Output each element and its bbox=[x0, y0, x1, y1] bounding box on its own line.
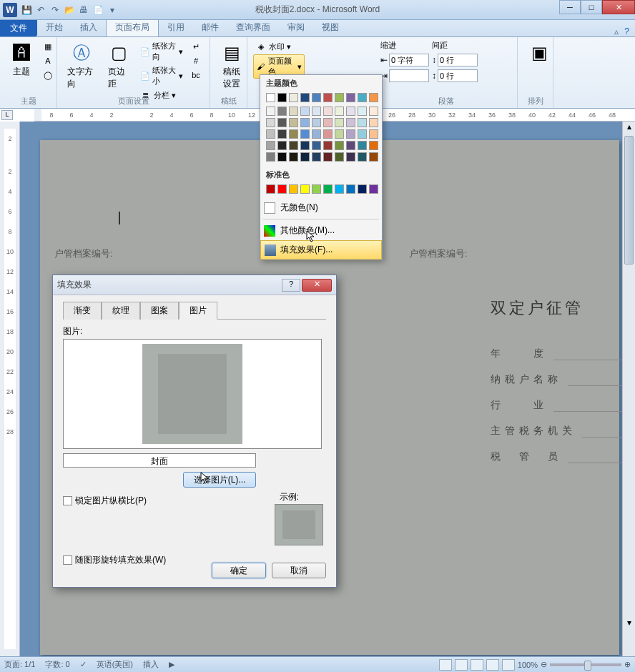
scroll-thumb[interactable] bbox=[624, 136, 634, 265]
color-swatch[interactable] bbox=[358, 107, 367, 116]
vertical-scrollbar[interactable]: ▴ ▾ bbox=[622, 122, 635, 656]
color-swatch[interactable] bbox=[266, 118, 275, 127]
color-swatch[interactable] bbox=[312, 107, 321, 116]
tab-review[interactable]: 审阅 bbox=[279, 19, 313, 36]
picture-name-field[interactable]: 封面 bbox=[63, 453, 256, 468]
color-swatch[interactable] bbox=[289, 129, 298, 139]
fill-effects-menuitem[interactable]: 填充效果(F)... bbox=[260, 240, 382, 260]
color-swatch[interactable] bbox=[358, 118, 367, 127]
tab-page-layout[interactable]: 页面布局 bbox=[106, 18, 159, 36]
color-swatch[interactable] bbox=[289, 141, 298, 150]
cancel-button[interactable]: 取消 bbox=[272, 563, 326, 578]
tab-insert[interactable]: 插入 bbox=[72, 19, 106, 36]
color-swatch[interactable] bbox=[335, 129, 344, 139]
tab-references[interactable]: 引用 bbox=[159, 19, 193, 36]
color-swatch[interactable] bbox=[277, 107, 287, 116]
color-swatch[interactable] bbox=[312, 129, 321, 139]
color-swatch[interactable] bbox=[323, 107, 333, 116]
dialog-tab-pattern[interactable]: 图案 bbox=[140, 302, 179, 320]
arrange-button[interactable]: ▣ bbox=[523, 40, 555, 66]
save-icon[interactable]: 💾 bbox=[20, 4, 33, 16]
color-swatch[interactable] bbox=[335, 107, 344, 116]
manuscript-button[interactable]: ▤ 稿纸 设置 bbox=[216, 40, 247, 92]
color-swatch[interactable] bbox=[300, 152, 310, 162]
status-check-icon[interactable]: ✓ bbox=[80, 660, 87, 669]
color-swatch[interactable] bbox=[346, 141, 355, 150]
color-swatch[interactable] bbox=[323, 184, 333, 194]
color-swatch[interactable] bbox=[277, 118, 287, 127]
color-swatch[interactable] bbox=[335, 118, 344, 127]
view-print-layout-button[interactable] bbox=[439, 659, 452, 671]
view-outline-button[interactable] bbox=[486, 659, 499, 671]
color-swatch[interactable] bbox=[300, 93, 310, 102]
color-swatch[interactable] bbox=[346, 107, 355, 116]
color-swatch[interactable] bbox=[312, 118, 321, 127]
more-colors-menuitem[interactable]: 其他颜色(M)... bbox=[260, 221, 382, 240]
dialog-close-button[interactable]: ✕ bbox=[302, 279, 332, 292]
select-picture-button[interactable]: 选择图片(L)... bbox=[183, 472, 256, 488]
color-swatch[interactable] bbox=[277, 141, 287, 150]
color-swatch[interactable] bbox=[277, 93, 287, 102]
status-macro-icon[interactable]: ▶ bbox=[169, 660, 174, 669]
color-swatch[interactable] bbox=[346, 118, 355, 127]
color-swatch[interactable] bbox=[323, 152, 333, 162]
color-swatch[interactable] bbox=[312, 152, 321, 162]
color-swatch[interactable] bbox=[369, 184, 378, 194]
color-swatch[interactable] bbox=[346, 152, 355, 162]
color-swatch[interactable] bbox=[266, 141, 275, 150]
close-button[interactable]: ✕ bbox=[602, 0, 635, 14]
minimize-ribbon-icon[interactable]: ▵ bbox=[614, 26, 619, 36]
zoom-in-button[interactable]: ⊕ bbox=[624, 660, 631, 669]
color-swatch[interactable] bbox=[277, 129, 287, 139]
scroll-up-icon[interactable]: ▴ bbox=[623, 122, 635, 133]
color-swatch[interactable] bbox=[312, 141, 321, 150]
dialog-tab-gradient[interactable]: 渐变 bbox=[63, 302, 102, 320]
color-swatch[interactable] bbox=[277, 152, 287, 162]
dialog-tab-picture[interactable]: 图片 bbox=[179, 302, 217, 320]
color-swatch[interactable] bbox=[369, 107, 378, 116]
spacing-after-input[interactable]: 0 行 bbox=[438, 69, 478, 82]
dialog-tab-texture[interactable]: 纹理 bbox=[102, 302, 140, 320]
line-numbers-button[interactable]: # bbox=[188, 54, 204, 67]
color-swatch[interactable] bbox=[289, 184, 298, 194]
color-swatch[interactable] bbox=[289, 152, 298, 162]
rotate-with-shape-checkbox[interactable] bbox=[63, 555, 72, 565]
color-swatch[interactable] bbox=[335, 184, 344, 194]
ruler-vertical[interactable]: 2246810121416182022242628 bbox=[0, 122, 20, 656]
color-swatch[interactable] bbox=[346, 129, 355, 139]
text-direction-button[interactable]: Ⓐ 文字方向 bbox=[63, 40, 101, 92]
watermark-button[interactable]: ◈水印 ▾ bbox=[253, 40, 305, 53]
color-swatch[interactable] bbox=[289, 107, 298, 116]
color-swatch[interactable] bbox=[358, 129, 367, 139]
undo-icon[interactable]: ↶ bbox=[34, 4, 47, 16]
color-swatch[interactable] bbox=[369, 141, 378, 150]
scroll-down-icon[interactable]: ▾ bbox=[623, 618, 635, 628]
color-swatch[interactable] bbox=[289, 93, 298, 102]
maximize-button[interactable]: □ bbox=[581, 0, 602, 14]
color-swatch[interactable] bbox=[358, 152, 367, 162]
tab-query[interactable]: 查询界面 bbox=[227, 19, 279, 36]
color-swatch[interactable] bbox=[266, 129, 275, 139]
color-swatch[interactable] bbox=[266, 93, 275, 102]
view-web-button[interactable] bbox=[471, 659, 483, 671]
color-swatch[interactable] bbox=[266, 107, 275, 116]
theme-effects-button[interactable]: ◯ bbox=[40, 69, 56, 81]
help-icon[interactable]: ? bbox=[624, 26, 629, 36]
color-swatch[interactable] bbox=[369, 152, 378, 162]
view-fullscreen-button[interactable] bbox=[455, 659, 468, 671]
zoom-slider[interactable] bbox=[550, 663, 621, 666]
themes-button[interactable]: 🅰 主题 bbox=[6, 40, 37, 79]
view-draft-button[interactable] bbox=[502, 659, 515, 671]
color-swatch[interactable] bbox=[300, 184, 310, 194]
lock-aspect-checkbox[interactable] bbox=[63, 496, 72, 505]
hyphenation-button[interactable]: bc bbox=[188, 69, 204, 81]
color-swatch[interactable] bbox=[289, 118, 298, 127]
indent-left-input[interactable]: 0 字符 bbox=[389, 54, 429, 66]
color-swatch[interactable] bbox=[369, 118, 378, 127]
tab-home[interactable]: 开始 bbox=[37, 19, 72, 36]
dialog-titlebar[interactable]: 填充效果 ? ✕ bbox=[53, 275, 336, 295]
ok-button[interactable]: 确定 bbox=[212, 563, 266, 578]
color-swatch[interactable] bbox=[323, 118, 333, 127]
status-mode[interactable]: 插入 bbox=[143, 659, 159, 670]
margins-button[interactable]: ▢ 页边距 bbox=[104, 40, 135, 92]
